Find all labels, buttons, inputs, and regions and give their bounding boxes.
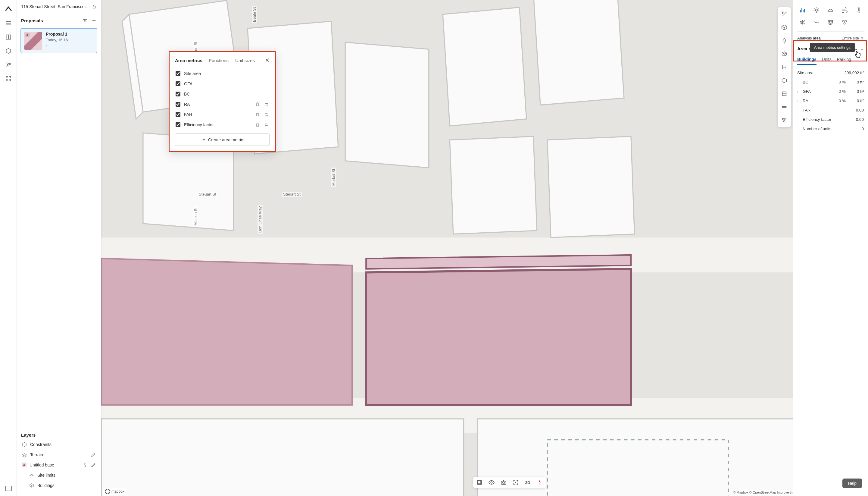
tab-units[interactable]: Units — [822, 57, 832, 65]
road-icon[interactable] — [781, 104, 788, 110]
sun-icon[interactable] — [809, 4, 824, 16]
metric-pct: 0 % — [832, 98, 846, 103]
camera-icon[interactable] — [500, 479, 508, 486]
proposal-indicator: • — [46, 44, 68, 48]
compass-icon[interactable] — [536, 479, 544, 486]
wireframe-icon[interactable] — [781, 77, 788, 84]
checkbox-site-area[interactable] — [176, 71, 180, 76]
metric-val: 0 ft² — [846, 89, 864, 94]
checkbox-bc[interactable] — [176, 92, 180, 96]
checkbox-ra[interactable] — [176, 102, 180, 107]
daylight-icon[interactable] — [823, 4, 838, 16]
solar-panel-icon[interactable] — [823, 16, 838, 28]
site-limits-icon — [29, 472, 34, 478]
cube-icon[interactable] — [781, 51, 788, 57]
visibility-icon[interactable] — [487, 479, 495, 486]
tab-buildings[interactable]: Buildings — [797, 57, 817, 65]
noise-icon[interactable] — [795, 16, 809, 28]
expand-gfa-icon[interactable]: › — [797, 90, 801, 93]
metric-checkbox-row: RA — [175, 99, 270, 109]
street-label: Mission St — [193, 206, 198, 227]
metric-label: FAR — [801, 108, 832, 112]
layer-terrain[interactable]: Terrain — [17, 450, 101, 460]
svg-point-44 — [855, 49, 856, 50]
metric-checkbox-row: GFA — [175, 79, 270, 89]
svg-point-50 — [267, 125, 268, 126]
filter-icon[interactable] — [82, 18, 87, 23]
edit-icon[interactable] — [91, 462, 96, 468]
settings-icon[interactable] — [264, 112, 269, 117]
expand-panel-icon[interactable] — [5, 486, 12, 491]
tool-strip — [778, 7, 791, 127]
svg-point-30 — [503, 482, 505, 484]
dialog-tab-functions[interactable]: Functions — [209, 58, 229, 63]
settings-icon[interactable] — [264, 122, 269, 127]
metric-label: BC — [801, 80, 832, 84]
analysis-area-value[interactable]: Entire site — [841, 36, 864, 41]
grid-view-icon[interactable] — [476, 479, 483, 486]
metric-val: 0.00 — [846, 117, 864, 122]
delete-icon[interactable] — [255, 112, 260, 117]
group-icon[interactable] — [838, 16, 852, 28]
delete-icon[interactable] — [255, 102, 260, 107]
menu-icon[interactable] — [5, 20, 12, 27]
focus-icon[interactable] — [512, 479, 519, 486]
street-label: Steuart St — [197, 192, 218, 197]
tree-icon[interactable] — [781, 37, 788, 44]
magic-wand-icon[interactable] — [781, 11, 788, 17]
box-icon[interactable] — [781, 24, 788, 31]
layer-base[interactable]: A Untitled base — [17, 460, 101, 470]
people-icon[interactable] — [5, 61, 12, 68]
settings-small-icon[interactable] — [860, 36, 864, 40]
base-badge-icon: A — [22, 463, 27, 467]
settings-icon[interactable] — [264, 102, 269, 107]
apps-grid-icon[interactable] — [5, 75, 12, 82]
svg-marker-12 — [101, 259, 352, 405]
measure-icon[interactable] — [781, 64, 788, 71]
layer-buildings[interactable]: Buildings — [17, 480, 101, 491]
book-icon[interactable] — [5, 34, 12, 41]
section-icon[interactable] — [781, 90, 788, 97]
checkbox-far[interactable] — [176, 112, 180, 117]
add-proposal-icon[interactable] — [91, 18, 97, 23]
dialog-close-icon[interactable]: ✕ — [265, 57, 270, 64]
svg-point-41 — [862, 37, 862, 38]
tab-parking[interactable]: Parking — [837, 57, 851, 65]
dialog-tab-unit-sizes[interactable]: Unit sizes — [235, 58, 255, 63]
compare-icon[interactable] — [82, 462, 87, 468]
2d-toggle[interactable]: 2D — [524, 479, 532, 486]
microclimate-icon[interactable] — [809, 16, 824, 28]
project-address: 115 Steuart Street, San Francisco, … — [21, 4, 89, 9]
metrics-tab-icon[interactable] — [795, 4, 809, 16]
hex-icon[interactable] — [5, 48, 12, 54]
layer-site-limits[interactable]: Site limits — [17, 470, 101, 480]
analysis-area-label: Analysis area — [797, 36, 841, 41]
create-area-metric-button[interactable]: ＋Create area metric — [175, 134, 270, 146]
street-label: Don Chee Way — [258, 205, 263, 234]
svg-point-49 — [266, 124, 267, 124]
checkbox-gfa[interactable] — [176, 81, 180, 86]
wind-icon[interactable] — [838, 4, 852, 16]
proposal-card[interactable]: Proposal 1 Today, 16:16 • — [20, 28, 97, 53]
tooltip-area-metrics-settings: Area metrics settings — [810, 43, 855, 52]
metric-site-area-value: 299,902 ft² — [844, 71, 864, 75]
help-button[interactable]: Help — [842, 479, 862, 488]
thermometer-icon[interactable] — [851, 4, 866, 16]
svg-point-42 — [862, 38, 863, 39]
svg-marker-19 — [443, 7, 527, 126]
delete-icon[interactable] — [255, 122, 260, 127]
svg-rect-2 — [6, 77, 8, 78]
expand-ra-icon[interactable]: › — [797, 99, 801, 103]
edit-icon[interactable] — [91, 452, 96, 458]
svg-rect-5 — [9, 79, 11, 81]
dialog-tab-area-metrics[interactable]: Area metrics — [175, 58, 203, 63]
lock-icon[interactable] — [92, 4, 97, 9]
checkbox-eff[interactable] — [176, 122, 180, 127]
metric-label: RA — [801, 98, 832, 103]
svg-marker-13 — [366, 269, 631, 405]
cluster-icon[interactable] — [781, 117, 788, 124]
svg-marker-23 — [547, 137, 634, 238]
layer-constraints[interactable]: Constraints — [17, 439, 101, 450]
proposal-name: Proposal 1 — [46, 32, 68, 36]
svg-point-31 — [515, 482, 516, 483]
